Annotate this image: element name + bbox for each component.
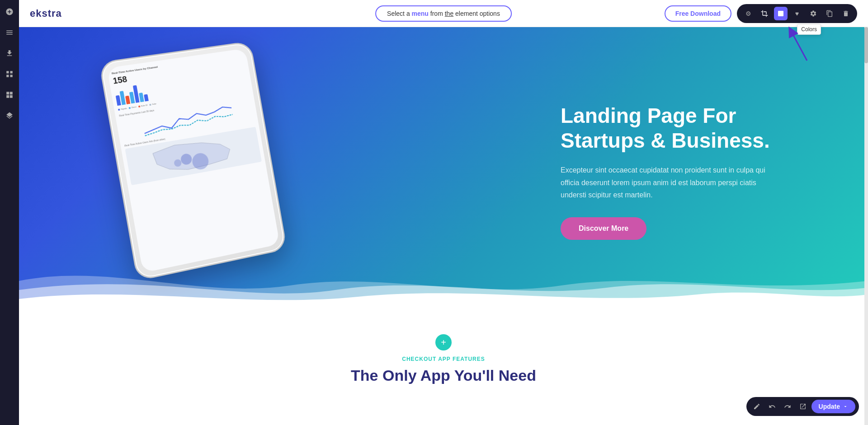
sidebar-download-icon[interactable] <box>3 47 16 60</box>
toolbar-colors-icon[interactable] <box>774 7 788 20</box>
top-bar-right: Free Download ⚙ ♥ Colors <box>665 4 857 23</box>
add-section-button[interactable]: + <box>435 334 452 350</box>
sidebar-add-icon[interactable] <box>3 5 16 18</box>
hero-text: Landing Page ForStartups & Business. Exc… <box>561 103 778 240</box>
app-logo: ekstra <box>30 8 62 19</box>
toolbar-heart-icon[interactable]: ♥ <box>790 7 804 20</box>
wave-container <box>19 263 868 316</box>
element-toolbar: ⚙ ♥ Colors <box>737 4 857 23</box>
bar-7 <box>144 94 149 101</box>
top-bar: ekstra Select a menu from the element op… <box>19 0 868 27</box>
right-scrollbar[interactable] <box>864 27 868 425</box>
svg-line-1 <box>791 31 807 61</box>
hero-section: Real-Time Active Users by Channel 158 Si… <box>19 27 868 316</box>
section-label: Checkout App Features <box>402 356 485 362</box>
left-sidebar <box>0 0 19 425</box>
main-content: Real-Time Active Users by Channel 158 Si… <box>19 27 868 425</box>
section-title: The Only App You'll Need <box>351 367 536 384</box>
scrollbar-thumb[interactable] <box>864 27 868 63</box>
bottom-redo-icon[interactable] <box>781 400 794 413</box>
sidebar-grid-icon[interactable] <box>3 68 16 80</box>
toolbar-copy-icon[interactable] <box>823 7 836 20</box>
update-button[interactable]: Update <box>811 400 855 413</box>
bottom-undo-icon[interactable] <box>765 400 779 413</box>
below-hero-section: + Checkout App Features The Only App You… <box>19 316 868 425</box>
sidebar-layers-icon[interactable] <box>3 109 16 122</box>
bottom-edit-icon[interactable] <box>750 400 764 413</box>
svg-rect-0 <box>778 11 783 16</box>
colors-arrow <box>787 27 814 63</box>
hint-text-prefix: Select a <box>387 10 411 17</box>
hero-description: Excepteur sint occaecat cupidatat non pr… <box>561 164 778 201</box>
bar-6 <box>139 93 144 102</box>
free-download-button[interactable]: Free Download <box>665 5 731 22</box>
hint-menu-link[interactable]: menu <box>412 10 429 17</box>
hint-text-suffix: element options <box>453 10 500 17</box>
hint-text-from: from <box>429 10 445 17</box>
hint-container: Select a menu from the element options <box>375 5 512 22</box>
phone-outer: Real-Time Active Users by Channel 158 Si… <box>99 41 287 281</box>
discover-more-button[interactable]: Discover More <box>561 217 646 240</box>
update-label: Update <box>819 403 840 410</box>
bottom-toolbar: Update <box>746 397 859 416</box>
toolbar-crop-icon[interactable] <box>758 7 771 20</box>
select-menu-hint: Select a menu from the element options <box>375 5 512 22</box>
hero-title: Landing Page ForStartups & Business. <box>561 103 778 153</box>
bar-3 <box>125 96 130 104</box>
hint-text-the: the <box>445 10 453 17</box>
toolbar-gear-icon[interactable] <box>807 7 820 20</box>
sidebar-menu-icon[interactable] <box>3 26 16 39</box>
toolbar-settings-icon[interactable]: ⚙ <box>741 7 755 20</box>
sidebar-layout-icon[interactable] <box>3 89 16 101</box>
bottom-external-icon[interactable] <box>796 400 810 413</box>
phone-screen: Real-Time Active Users by Channel 158 Si… <box>107 48 279 273</box>
toolbar-trash-icon[interactable] <box>839 7 853 20</box>
hero-phone: Real-Time Active Users by Channel 158 Si… <box>118 50 308 285</box>
